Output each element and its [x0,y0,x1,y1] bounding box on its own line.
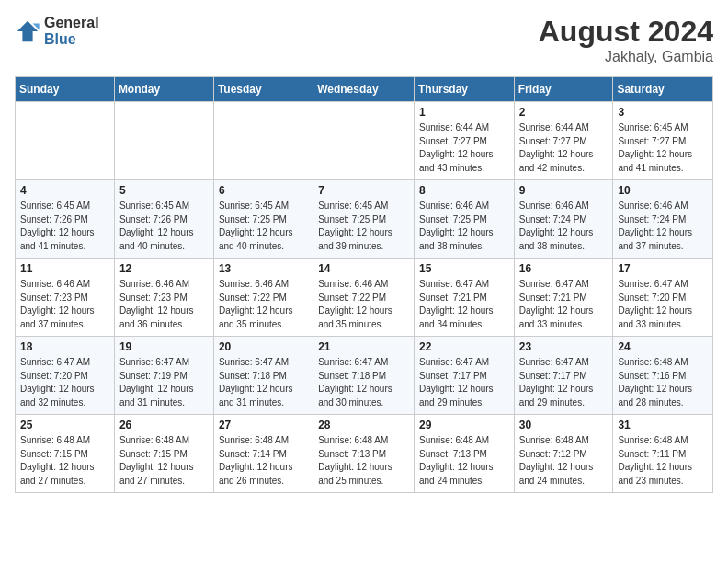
calendar-cell: 13Sunrise: 6:46 AM Sunset: 7:22 PM Dayli… [213,259,313,337]
calendar-cell: 10Sunrise: 6:46 AM Sunset: 7:24 PM Dayli… [613,180,713,259]
calendar-cell: 3Sunrise: 6:45 AM Sunset: 7:27 PM Daylig… [613,102,713,180]
week-row-3: 18Sunrise: 6:47 AM Sunset: 7:20 PM Dayli… [16,337,713,415]
calendar-cell [16,102,115,180]
week-row-2: 11Sunrise: 6:46 AM Sunset: 7:23 PM Dayli… [16,259,713,337]
day-info: Sunrise: 6:47 AM Sunset: 7:20 PM Dayligh… [20,356,109,409]
day-number: 7 [318,184,409,197]
calendar-cell: 9Sunrise: 6:46 AM Sunset: 7:24 PM Daylig… [514,180,613,259]
day-info: Sunrise: 6:47 AM Sunset: 7:19 PM Dayligh… [119,356,209,409]
day-number: 10 [618,184,708,197]
title-area: August 2024 Jakhaly, Gambia [539,15,713,65]
calendar-cell: 1Sunrise: 6:44 AM Sunset: 7:27 PM Daylig… [414,102,514,180]
calendar-cell: 16Sunrise: 6:47 AM Sunset: 7:21 PM Dayli… [514,259,613,337]
day-info: Sunrise: 6:47 AM Sunset: 7:21 PM Dayligh… [419,278,509,331]
day-info: Sunrise: 6:46 AM Sunset: 7:24 PM Dayligh… [618,200,708,253]
week-row-1: 4Sunrise: 6:45 AM Sunset: 7:26 PM Daylig… [16,180,713,259]
day-number: 3 [618,106,708,119]
calendar-header-row: SundayMondayTuesdayWednesdayThursdayFrid… [16,77,713,102]
calendar-cell: 12Sunrise: 6:46 AM Sunset: 7:23 PM Dayli… [114,259,213,337]
calendar-cell: 22Sunrise: 6:47 AM Sunset: 7:17 PM Dayli… [414,337,514,415]
calendar-cell: 27Sunrise: 6:48 AM Sunset: 7:14 PM Dayli… [213,415,313,493]
day-number: 23 [519,340,609,353]
location: Jakhaly, Gambia [539,49,713,65]
day-info: Sunrise: 6:48 AM Sunset: 7:13 PM Dayligh… [419,434,509,488]
day-number: 1 [419,106,509,119]
calendar-cell: 11Sunrise: 6:46 AM Sunset: 7:23 PM Dayli… [16,259,115,337]
day-info: Sunrise: 6:46 AM Sunset: 7:23 PM Dayligh… [119,278,209,331]
day-number: 2 [519,106,609,119]
day-info: Sunrise: 6:48 AM Sunset: 7:14 PM Dayligh… [219,434,308,488]
header-tuesday: Tuesday [213,77,313,102]
header-sunday: Sunday [16,77,115,102]
calendar-cell: 7Sunrise: 6:45 AM Sunset: 7:25 PM Daylig… [313,180,415,259]
day-number: 27 [219,419,308,431]
day-info: Sunrise: 6:46 AM Sunset: 7:22 PM Dayligh… [318,278,409,331]
calendar-cell: 4Sunrise: 6:45 AM Sunset: 7:26 PM Daylig… [16,180,115,259]
day-number: 18 [20,340,109,353]
day-number: 24 [618,340,708,353]
day-number: 29 [419,419,509,431]
day-info: Sunrise: 6:45 AM Sunset: 7:26 PM Dayligh… [119,200,209,253]
day-info: Sunrise: 6:47 AM Sunset: 7:17 PM Dayligh… [519,356,609,409]
page-header: General Blue August 2024 Jakhaly, Gambia [15,15,713,65]
day-number: 22 [419,340,509,353]
day-info: Sunrise: 6:46 AM Sunset: 7:25 PM Dayligh… [419,200,509,253]
day-number: 25 [20,419,109,431]
calendar-cell: 17Sunrise: 6:47 AM Sunset: 7:20 PM Dayli… [613,259,713,337]
day-number: 4 [20,184,109,197]
day-number: 16 [519,262,609,275]
day-info: Sunrise: 6:44 AM Sunset: 7:27 PM Dayligh… [519,121,609,175]
day-info: Sunrise: 6:47 AM Sunset: 7:20 PM Dayligh… [618,278,708,331]
week-row-4: 25Sunrise: 6:48 AM Sunset: 7:15 PM Dayli… [16,415,713,493]
calendar-cell: 30Sunrise: 6:48 AM Sunset: 7:12 PM Dayli… [514,415,613,493]
day-number: 6 [219,184,308,197]
calendar-cell: 24Sunrise: 6:48 AM Sunset: 7:16 PM Dayli… [613,337,713,415]
calendar-cell: 14Sunrise: 6:46 AM Sunset: 7:22 PM Dayli… [313,259,415,337]
day-info: Sunrise: 6:45 AM Sunset: 7:26 PM Dayligh… [20,200,109,253]
day-number: 11 [20,262,109,275]
calendar-cell: 5Sunrise: 6:45 AM Sunset: 7:26 PM Daylig… [114,180,213,259]
day-number: 8 [419,184,509,197]
calendar-cell: 20Sunrise: 6:47 AM Sunset: 7:18 PM Dayli… [213,337,313,415]
calendar-cell [213,102,313,180]
day-info: Sunrise: 6:48 AM Sunset: 7:15 PM Dayligh… [20,434,109,488]
day-info: Sunrise: 6:48 AM Sunset: 7:16 PM Dayligh… [618,356,708,409]
calendar-cell: 21Sunrise: 6:47 AM Sunset: 7:18 PM Dayli… [313,337,415,415]
day-info: Sunrise: 6:46 AM Sunset: 7:24 PM Dayligh… [519,200,609,253]
calendar-cell: 15Sunrise: 6:47 AM Sunset: 7:21 PM Dayli… [414,259,514,337]
calendar-cell: 2Sunrise: 6:44 AM Sunset: 7:27 PM Daylig… [514,102,613,180]
day-number: 13 [219,262,308,275]
day-number: 28 [318,419,409,431]
day-number: 9 [519,184,609,197]
calendar-table: SundayMondayTuesdayWednesdayThursdayFrid… [15,76,713,493]
header-saturday: Saturday [613,77,713,102]
calendar-cell: 23Sunrise: 6:47 AM Sunset: 7:17 PM Dayli… [514,337,613,415]
day-number: 14 [318,262,409,275]
day-info: Sunrise: 6:46 AM Sunset: 7:23 PM Dayligh… [20,278,109,331]
day-number: 31 [618,419,708,431]
header-friday: Friday [514,77,613,102]
day-info: Sunrise: 6:45 AM Sunset: 7:25 PM Dayligh… [219,200,308,253]
calendar-cell [313,102,415,180]
day-number: 20 [219,340,308,353]
day-info: Sunrise: 6:45 AM Sunset: 7:27 PM Dayligh… [618,121,708,175]
calendar-body: 1Sunrise: 6:44 AM Sunset: 7:27 PM Daylig… [16,102,713,493]
calendar-cell: 8Sunrise: 6:46 AM Sunset: 7:25 PM Daylig… [414,180,514,259]
day-number: 17 [618,262,708,275]
day-info: Sunrise: 6:44 AM Sunset: 7:27 PM Dayligh… [419,121,509,175]
day-number: 30 [519,419,609,431]
week-row-0: 1Sunrise: 6:44 AM Sunset: 7:27 PM Daylig… [16,102,713,180]
day-info: Sunrise: 6:48 AM Sunset: 7:12 PM Dayligh… [519,434,609,488]
logo-blue: Blue [44,31,99,48]
day-number: 19 [119,340,209,353]
calendar-cell: 28Sunrise: 6:48 AM Sunset: 7:13 PM Dayli… [313,415,415,493]
day-info: Sunrise: 6:48 AM Sunset: 7:13 PM Dayligh… [318,434,409,488]
logo-icon [15,18,40,44]
logo-general: General [44,15,99,31]
calendar-cell: 29Sunrise: 6:48 AM Sunset: 7:13 PM Dayli… [414,415,514,493]
day-number: 15 [419,262,509,275]
day-number: 21 [318,340,409,353]
day-number: 12 [119,262,209,275]
calendar-cell: 31Sunrise: 6:48 AM Sunset: 7:11 PM Dayli… [613,415,713,493]
header-monday: Monday [114,77,213,102]
